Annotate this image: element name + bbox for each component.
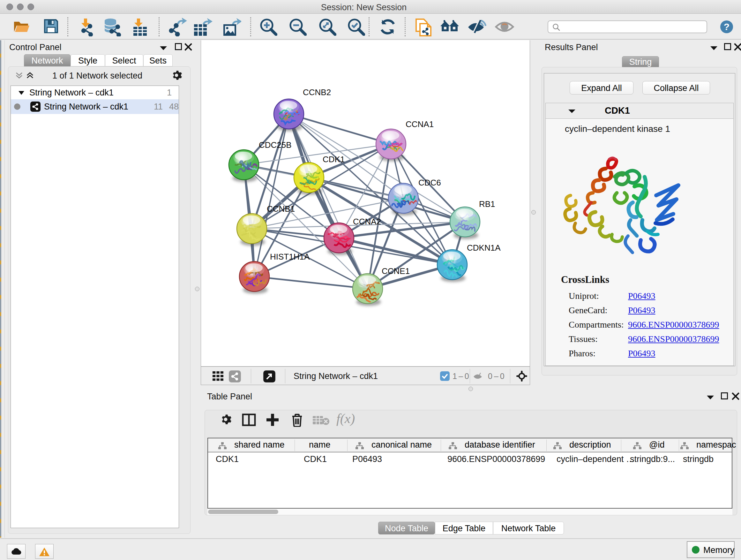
svg-text:CDKN1A: CDKN1A [467,243,501,253]
svg-text:CCNB2: CCNB2 [303,87,331,97]
svg-text:CDC25B: CDC25B [259,140,292,150]
svg-text:HIST1H1A: HIST1H1A [270,252,310,261]
svg-text:CCNA1: CCNA1 [406,119,434,129]
svg-text:CDC6: CDC6 [418,178,441,187]
svg-text:CCNE1: CCNE1 [382,266,410,276]
svg-text:RB1: RB1 [479,199,495,209]
svg-text:CDK1: CDK1 [323,154,345,164]
svg-text:CCNB1: CCNB1 [267,204,295,213]
svg-text:CCNA2: CCNA2 [353,217,381,226]
